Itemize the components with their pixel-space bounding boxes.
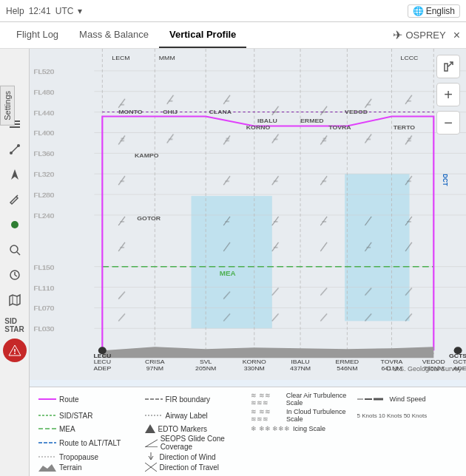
legend-panel: Route FIR boundary ≋ ≋≋ ≋≋≋ Clear Air Tu… — [30, 387, 466, 476]
map-icon[interactable] — [3, 288, 27, 312]
svg-marker-178 — [145, 424, 155, 433]
svg-line-7 — [16, 195, 18, 197]
svg-text:97NM: 97NM — [146, 364, 163, 372]
svg-text:KAMPO: KAMPO — [135, 152, 159, 160]
svg-text:FL070: FL070 — [33, 305, 54, 312]
legend-seops: SEOPS Glide Cone Coverage — [145, 435, 246, 451]
svg-text:330NM: 330NM — [244, 364, 265, 372]
svg-text:FL110: FL110 — [33, 284, 54, 291]
tab-mass-balance[interactable]: Mass & Balance — [69, 22, 159, 48]
svg-line-10 — [17, 252, 20, 255]
svg-text:GOTOR: GOTOR — [137, 214, 161, 222]
svg-marker-180 — [145, 438, 158, 447]
svg-text:LCCC: LCCC — [401, 54, 419, 61]
alert-icon[interactable] — [3, 339, 27, 362]
svg-text:MMM: MMM — [159, 54, 175, 61]
svg-text:205NM: 205NM — [195, 364, 216, 372]
time-display: 12:41 — [29, 6, 51, 16]
svg-text:FL280: FL280 — [33, 191, 54, 199]
svg-text:FL400: FL400 — [33, 129, 54, 137]
close-button[interactable]: × — [453, 29, 460, 42]
legend-airway: Airway Label — [145, 408, 246, 423]
svg-text:ADEP: ADEP — [93, 364, 111, 372]
legend-sid: SID/STAR — [38, 408, 139, 423]
svg-text:LECU: LECU — [93, 353, 111, 360]
svg-text:LECM: LECM — [112, 54, 129, 61]
legend-edto: EDTO Markers — [145, 424, 246, 433]
copyright-label: © U.S. Geological Survey — [386, 365, 462, 373]
svg-text:DCT: DCT — [442, 174, 449, 186]
legend-tropopause: Tropopause — [38, 452, 139, 461]
legend-wind-dir: Direction of Wind — [145, 452, 246, 461]
svg-text:FL150: FL150 — [33, 263, 54, 271]
legend-wind-speed: Wind Speed — [357, 392, 458, 407]
help-link[interactable]: Help — [6, 6, 24, 16]
navigate-icon[interactable] — [3, 163, 27, 186]
svg-text:CHIJ: CHIJ — [163, 108, 178, 115]
svg-marker-58 — [102, 347, 433, 358]
svg-text:546NM: 546NM — [337, 364, 357, 372]
plane-icon: ✈ — [393, 28, 402, 42]
svg-rect-21 — [192, 196, 272, 328]
svg-text:ERMED: ERMED — [300, 117, 324, 124]
svg-text:FL480: FL480 — [33, 88, 54, 95]
tab-flight-log[interactable]: Flight Log — [6, 22, 69, 48]
legend-ict-scale: ≋ ≋≋ ≋≋≋ In Cloud Turbulence Scale — [251, 408, 351, 423]
svg-line-5 — [11, 146, 18, 153]
zoom-in-button[interactable]: + — [436, 83, 460, 106]
svg-text:FL320: FL320 — [33, 171, 54, 178]
legend-cat-scale: ≋ ≋≋ ≋≋≋ Clear Air Turbulence Scale — [251, 392, 351, 407]
utc-label: UTC — [55, 6, 74, 16]
globe-icon: 🌐 — [413, 6, 424, 16]
aircraft-label: ✈ OSPREY — [393, 28, 445, 42]
svg-marker-186 — [38, 464, 56, 472]
legend-wind-speed-labels: 5 Knots 10 Knots 50 Knots — [357, 408, 458, 423]
svg-text:TOVRA: TOVRA — [328, 123, 351, 131]
svg-text:GCTS: GCTS — [449, 353, 466, 360]
svg-text:MONTO: MONTO — [118, 108, 143, 115]
language-label: English — [426, 6, 455, 16]
svg-rect-2 — [10, 126, 20, 128]
svg-text:VEDOD: VEDOD — [345, 108, 368, 115]
clock-icon[interactable] — [3, 263, 27, 287]
svg-marker-14 — [10, 295, 20, 305]
legend-icing-scale: ❄ ❄❄ ❄❄❄ Icing Scale — [251, 424, 351, 433]
legend-fir: FIR boundary — [145, 392, 246, 407]
svg-text:CLANA: CLANA — [209, 108, 232, 115]
svg-text:FL360: FL360 — [33, 150, 54, 157]
svg-text:437NM: 437NM — [290, 364, 311, 372]
map-controls: + − — [436, 55, 460, 135]
svg-point-8 — [11, 221, 18, 228]
legend-route: Route — [38, 392, 139, 407]
edit-icon[interactable] — [3, 188, 27, 211]
svg-text:FL030: FL030 — [33, 325, 54, 333]
svg-text:FL440: FL440 — [33, 109, 54, 116]
route-icon[interactable] — [3, 137, 27, 161]
svg-line-13 — [15, 275, 17, 276]
svg-text:FL240: FL240 — [33, 211, 54, 219]
svg-marker-6 — [11, 169, 18, 180]
svg-text:TERTO: TERTO — [394, 123, 416, 131]
legend-mea: MEA — [38, 424, 139, 433]
svg-text:FL520: FL520 — [33, 67, 54, 75]
legend-alt: Route to ALT/TALT — [38, 435, 139, 451]
svg-rect-22 — [345, 174, 409, 321]
svg-text:MEA: MEA — [220, 269, 236, 276]
external-link-button[interactable] — [436, 55, 460, 78]
legend-travel-dir: Direction of Travel — [145, 463, 246, 472]
language-selector[interactable]: 🌐 English — [408, 4, 460, 18]
search-icon[interactable] — [3, 238, 27, 262]
svg-point-9 — [10, 245, 18, 253]
tab-vertical-profile[interactable]: Vertical Profile — [159, 22, 246, 48]
dot-icon[interactable] — [3, 213, 27, 237]
svg-point-19 — [14, 353, 16, 354]
legend-terrain: Terrain — [38, 463, 139, 472]
sid-star-icon[interactable]: SIDSTAR — [3, 313, 27, 337]
zoom-out-button[interactable]: − — [436, 111, 460, 135]
settings-panel[interactable]: Settings — [0, 86, 15, 126]
svg-text:KORNO: KORNO — [246, 123, 271, 131]
aircraft-name: OSPREY — [405, 30, 445, 41]
